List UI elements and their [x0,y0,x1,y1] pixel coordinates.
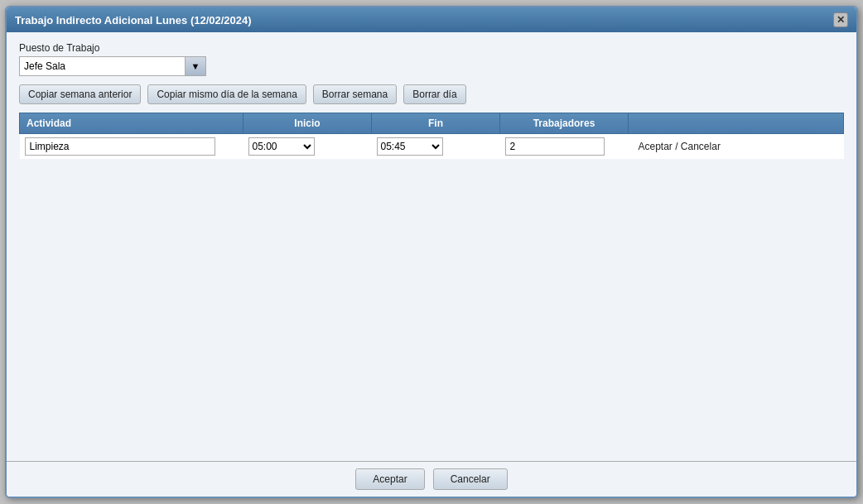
table-container: Actividad Inicio Fin Trabajadores [19,113,844,451]
dialog-title: Trabajo Indirecto Adicional Lunes (12/02… [15,14,252,26]
dialog-title-bar: Trabajo Indirecto Adicional Lunes (12/02… [7,7,856,32]
puesto-label: Puesto de Trabajo [19,42,844,54]
col-inicio: Inicio [243,113,372,134]
inicio-select[interactable]: 05:00 05:15 05:30 05:45 06:00 [248,137,315,156]
col-trabajadores: Trabajadores [500,113,629,134]
copy-same-day-button[interactable]: Copiar mismo día de la semana [147,84,306,104]
activities-table: Actividad Inicio Fin Trabajadores [19,113,844,159]
cell-actividad [20,134,243,160]
puesto-dropdown-btn[interactable]: ▼ [185,56,206,76]
cell-trabajadores [500,134,629,160]
col-actividad: Actividad [20,113,243,134]
cell-accept-cancel: Aceptar / Cancelar [629,134,844,160]
actividad-input[interactable] [25,137,215,156]
cell-inicio: 05:00 05:15 05:30 05:45 06:00 [243,134,372,160]
clear-week-button[interactable]: Borrar semana [313,84,397,104]
cell-fin: 05:15 05:30 05:45 06:00 06:15 [372,134,500,160]
cancel-button[interactable]: Cancelar [433,468,508,490]
trabajadores-input[interactable] [505,137,605,156]
col-fin: Fin [372,113,500,134]
puesto-input[interactable] [19,56,185,76]
close-button[interactable]: ✕ [833,12,848,27]
fin-select[interactable]: 05:15 05:30 05:45 06:00 06:15 [377,137,443,156]
puesto-section: Puesto de Trabajo ▼ [19,42,844,76]
dialog-footer: Aceptar Cancelar [7,461,856,497]
table-header-row: Actividad Inicio Fin Trabajadores [20,113,844,134]
toolbar-row: Copiar semana anterior Copiar mismo día … [19,84,844,104]
table-row: 05:00 05:15 05:30 05:45 06:00 05:15 05:3… [20,134,844,160]
puesto-row: ▼ [19,56,844,76]
accept-button[interactable]: Aceptar [355,468,424,490]
col-actions [629,113,844,134]
clear-day-button[interactable]: Borrar día [403,84,465,104]
accept-cancel-label: Aceptar / Cancelar [634,141,721,152]
copy-previous-week-button[interactable]: Copiar semana anterior [19,84,141,104]
dialog-body: Puesto de Trabajo ▼ Copiar semana anteri… [7,32,856,461]
dialog-window: Trabajo Indirecto Adicional Lunes (12/02… [5,6,858,498]
